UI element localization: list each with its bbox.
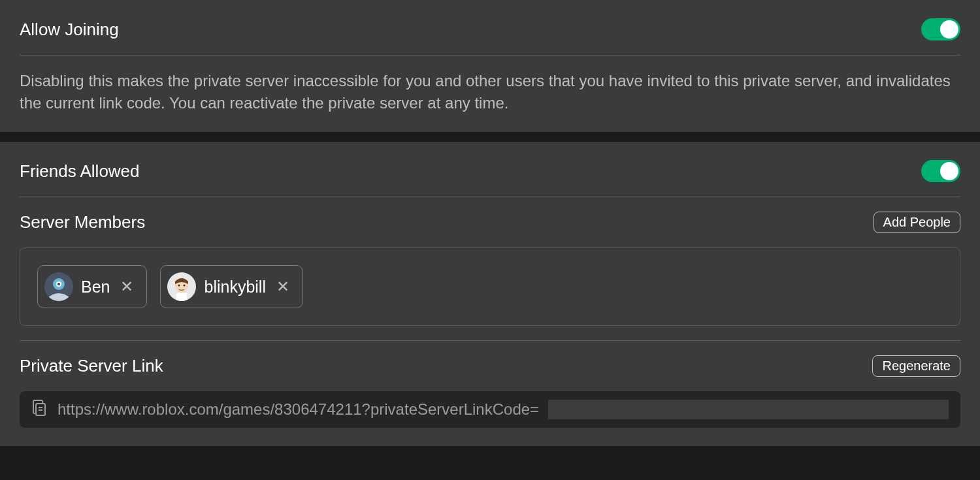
svg-point-6	[178, 285, 180, 287]
member-name: blinkybill	[204, 278, 265, 296]
add-people-button[interactable]: Add People	[874, 212, 960, 233]
allow-joining-description: Disabling this makes the private server …	[20, 70, 960, 114]
divider	[20, 55, 960, 56]
toggle-knob	[940, 162, 958, 180]
friends-allowed-toggle[interactable]	[921, 160, 960, 182]
private-link-code-redacted	[548, 400, 949, 419]
remove-member-icon[interactable]: ✕	[118, 278, 136, 296]
friends-members-panel: Friends Allowed Server Members Add Peopl…	[0, 142, 980, 446]
divider	[20, 340, 960, 341]
member-name: Ben	[81, 278, 110, 296]
svg-point-3	[57, 283, 60, 285]
remove-member-icon[interactable]: ✕	[274, 278, 292, 296]
member-chip: Ben ✕	[37, 265, 147, 308]
server-members-title: Server Members	[20, 212, 145, 232]
member-chip: blinkybill ✕	[160, 265, 302, 308]
allow-joining-toggle[interactable]	[921, 18, 960, 40]
svg-rect-8	[176, 293, 187, 301]
private-link-header: Private Server Link Regenerate	[20, 355, 960, 377]
allow-joining-panel: Allow Joining Disabling this makes the p…	[0, 0, 980, 132]
private-link-url: https://www.roblox.com/games/8306474211?…	[57, 400, 539, 419]
copy-icon[interactable]	[31, 399, 47, 420]
members-container: Ben ✕ blinkybill ✕	[20, 248, 960, 326]
avatar	[167, 272, 196, 301]
server-members-header: Server Members Add People	[20, 212, 960, 233]
friends-allowed-title: Friends Allowed	[20, 161, 140, 182]
regenerate-button[interactable]: Regenerate	[872, 355, 960, 377]
private-server-link-title: Private Server Link	[20, 356, 163, 376]
avatar	[44, 272, 73, 301]
allow-joining-row: Allow Joining	[20, 18, 960, 40]
divider	[20, 197, 960, 197]
svg-point-7	[184, 285, 186, 287]
allow-joining-title: Allow Joining	[20, 20, 119, 40]
toggle-knob	[940, 20, 958, 39]
private-link-field[interactable]: https://www.roblox.com/games/8306474211?…	[20, 391, 960, 428]
friends-allowed-row: Friends Allowed	[20, 160, 960, 182]
